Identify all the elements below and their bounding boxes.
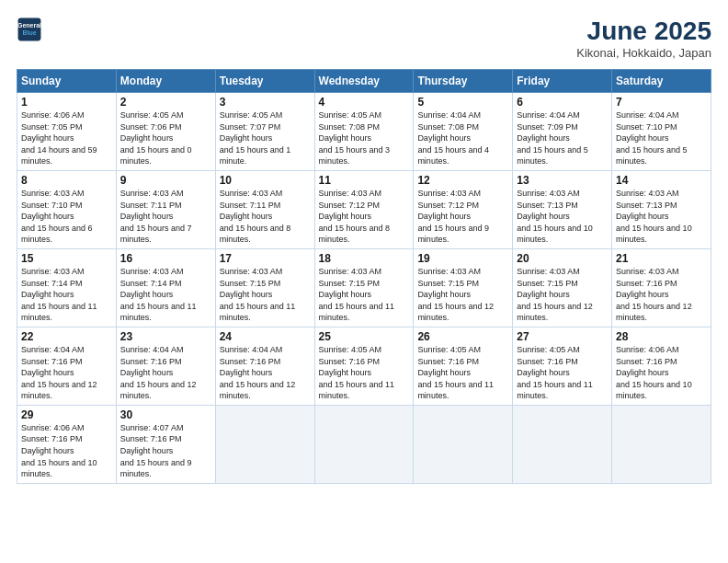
daylight-value: and 15 hours and 11 minutes. [220,302,296,323]
daylight-label: Daylight hours [417,133,471,143]
logo: General Blue [17,17,42,42]
daylight-value: and 15 hours and 11 minutes. [120,302,197,323]
day-number: 24 [220,330,311,343]
day-cell-7: 7 Sunrise: 4:04 AM Sunset: 7:10 PM Dayli… [612,93,711,171]
sunrise-text: Sunrise: 4:03 AM [616,189,679,198]
day-number: 20 [517,252,608,265]
sunset-text: Sunset: 7:15 PM [319,279,381,288]
daylight-label: Daylight hours [220,212,273,221]
day-cell-1: 1 Sunrise: 4:06 AM Sunset: 7:05 PM Dayli… [17,93,117,171]
day-cell-19: 19 Sunrise: 4:03 AM Sunset: 7:15 PM Dayl… [414,248,513,327]
daylight-label: Daylight hours [21,290,74,299]
daylight-value: and 15 hours and 12 minutes. [220,380,296,401]
day-number: 23 [120,330,211,343]
sunset-text: Sunset: 7:13 PM [616,201,677,210]
sunrise-text: Sunrise: 4:03 AM [120,267,184,276]
daylight-label: Daylight hours [21,368,74,377]
calendar-week-5: 29 Sunrise: 4:06 AM Sunset: 7:16 PM Dayl… [17,405,711,483]
day-number: 25 [319,330,410,343]
daylight-value: and 15 hours and 9 minutes. [120,458,192,479]
daylight-value: and 15 hours and 8 minutes. [220,224,291,245]
sunrise-text: Sunrise: 4:03 AM [319,267,382,276]
daylight-label: Daylight hours [21,133,74,143]
empty-cell [215,405,314,483]
daylight-label: Daylight hours [616,290,669,299]
empty-cell [513,405,612,483]
daylight-value: and 15 hours and 10 minutes. [616,380,692,401]
sunset-text: Sunset: 7:12 PM [417,201,479,210]
day-cell-15: 15 Sunrise: 4:03 AM Sunset: 7:14 PM Dayl… [17,248,117,327]
header-tuesday: Tuesday [215,70,314,93]
sunrise-text: Sunrise: 4:03 AM [417,189,481,198]
day-number: 18 [319,252,410,265]
daylight-value: and 15 hours and 12 minutes. [517,302,593,323]
day-cell-3: 3 Sunrise: 4:05 AM Sunset: 7:07 PM Dayli… [215,93,314,171]
sunrise-text: Sunrise: 4:05 AM [220,110,283,120]
day-cell-30: 30 Sunrise: 4:07 AM Sunset: 7:16 PM Dayl… [116,405,215,483]
daylight-label: Daylight hours [120,212,174,221]
daylight-value: and 15 hours and 12 minutes. [417,302,494,323]
daylight-value: and 15 hours and 9 minutes. [417,224,489,245]
calendar-week-3: 15 Sunrise: 4:03 AM Sunset: 7:14 PM Dayl… [17,248,711,327]
logo-icon: General Blue [17,17,42,42]
sunset-text: Sunset: 7:10 PM [21,201,83,210]
day-cell-6: 6 Sunrise: 4:04 AM Sunset: 7:09 PM Dayli… [513,93,612,171]
sunrise-text: Sunrise: 4:03 AM [220,189,283,198]
day-cell-23: 23 Sunrise: 4:04 AM Sunset: 7:16 PM Dayl… [116,327,215,405]
day-cell-25: 25 Sunrise: 4:05 AM Sunset: 7:16 PM Dayl… [314,327,414,405]
day-cell-16: 16 Sunrise: 4:03 AM Sunset: 7:14 PM Dayl… [116,248,215,327]
sunset-text: Sunset: 7:09 PM [517,122,578,132]
daylight-label: Daylight hours [517,368,570,377]
header-sunday: Sunday [17,70,117,93]
calendar-week-2: 8 Sunrise: 4:03 AM Sunset: 7:10 PM Dayli… [17,170,711,248]
daylight-value: and 15 hours and 12 minutes. [21,380,97,401]
sunset-text: Sunset: 7:15 PM [517,279,578,288]
day-number: 2 [120,96,211,109]
daylight-label: Daylight hours [517,133,570,143]
day-cell-18: 18 Sunrise: 4:03 AM Sunset: 7:15 PM Dayl… [314,248,414,327]
daylight-value: and 15 hours and 3 minutes. [319,145,391,167]
svg-text:Blue: Blue [22,29,36,36]
daylight-value: and 15 hours and 6 minutes. [21,224,93,245]
page-header: General Blue June 2025 Kikonai, Hokkaido… [17,17,711,60]
calendar-week-4: 22 Sunrise: 4:04 AM Sunset: 7:16 PM Dayl… [17,327,711,405]
sunset-text: Sunset: 7:14 PM [120,279,182,288]
daylight-label: Daylight hours [417,290,471,299]
day-cell-12: 12 Sunrise: 4:03 AM Sunset: 7:12 PM Dayl… [414,170,513,248]
daylight-value: and 15 hours and 1 minute. [220,145,291,167]
day-number: 14 [616,174,707,187]
day-number: 6 [517,96,608,109]
header-thursday: Thursday [414,70,513,93]
header-wednesday: Wednesday [314,70,414,93]
day-number: 4 [319,96,410,109]
weekday-header-row: Sunday Monday Tuesday Wednesday Thursday… [17,70,711,93]
daylight-label: Daylight hours [319,212,372,221]
sunset-text: Sunset: 7:15 PM [220,279,281,288]
calendar-table: Sunday Monday Tuesday Wednesday Thursday… [17,69,711,484]
day-number: 15 [21,252,112,265]
month-title: June 2025 [576,17,711,46]
sunrise-text: Sunrise: 4:04 AM [517,110,580,120]
sunset-text: Sunset: 7:08 PM [417,122,479,132]
day-number: 11 [319,174,410,187]
empty-cell [612,405,711,483]
sunset-text: Sunset: 7:16 PM [517,357,578,366]
day-cell-29: 29 Sunrise: 4:06 AM Sunset: 7:16 PM Dayl… [17,405,117,483]
sunset-text: Sunset: 7:07 PM [220,122,281,132]
daylight-value: and 15 hours and 11 minutes. [319,380,395,401]
daylight-value: and 15 hours and 12 minutes. [616,302,692,323]
daylight-label: Daylight hours [120,133,174,143]
daylight-label: Daylight hours [517,290,570,299]
sunset-text: Sunset: 7:16 PM [21,357,83,366]
day-cell-26: 26 Sunrise: 4:05 AM Sunset: 7:16 PM Dayl… [414,327,513,405]
day-number: 19 [417,252,508,265]
daylight-value: and 14 hours and 59 minutes. [21,145,97,167]
daylight-label: Daylight hours [319,290,372,299]
sunrise-text: Sunrise: 4:03 AM [120,189,184,198]
day-number: 10 [220,174,311,187]
daylight-value: and 15 hours and 10 minutes. [517,224,593,245]
day-cell-13: 13 Sunrise: 4:03 AM Sunset: 7:13 PM Dayl… [513,170,612,248]
sunset-text: Sunset: 7:16 PM [220,357,281,366]
sunset-text: Sunset: 7:06 PM [120,122,182,132]
sunrise-text: Sunrise: 4:06 AM [21,423,85,432]
